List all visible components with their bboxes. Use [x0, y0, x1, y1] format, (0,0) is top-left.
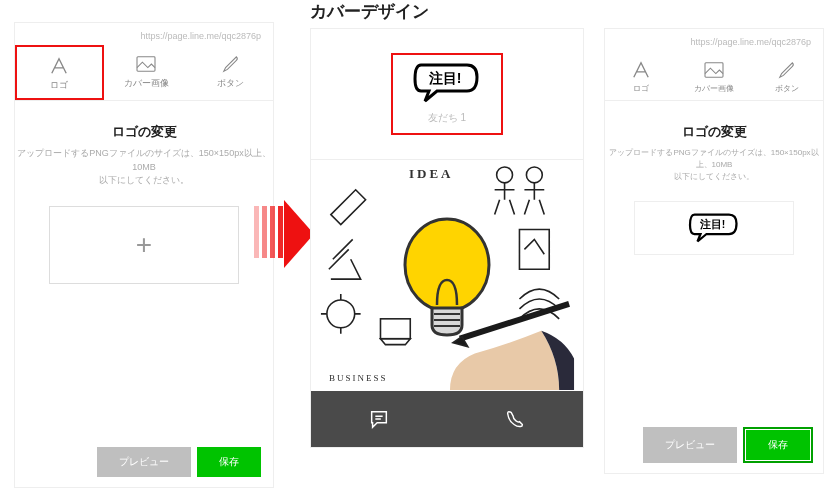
text-a-icon: [48, 57, 70, 75]
page-url: https://page.line.me/qqc2876p: [690, 37, 811, 47]
page-title: カバーデザイン: [310, 0, 429, 23]
cover-image-area: IDEA BUSINESS: [311, 159, 583, 391]
plus-icon: +: [136, 229, 152, 261]
section-title: ロゴの変更: [15, 123, 273, 141]
action-bar: [311, 391, 583, 447]
call-button[interactable]: [447, 391, 583, 447]
doodle-icons: [311, 160, 583, 390]
svg-rect-3: [380, 319, 410, 339]
tab-cover[interactable]: カバー画像: [104, 45, 189, 100]
arrow-indicator: [254, 200, 314, 268]
button-row: プレビュー 保存: [643, 427, 813, 463]
tab-label: カバー画像: [694, 83, 734, 94]
preview-button[interactable]: プレビュー: [643, 427, 737, 463]
tab-logo[interactable]: ロゴ: [605, 51, 678, 100]
tabs: ロゴ カバー画像 ボタン: [605, 51, 823, 101]
cover-preview: 注目! 友だち 1 IDEA BUSINESS: [310, 28, 584, 448]
svg-point-4: [327, 300, 355, 328]
svg-text:注目!: 注目!: [699, 218, 726, 230]
settings-panel-left: https://page.line.me/qqc2876p ロゴ カバー画像 ボ…: [14, 22, 274, 488]
section-subtitle: アップロードするPNGファイルのサイズは、150×150px以上、10MB 以下…: [605, 147, 823, 183]
chat-button[interactable]: [311, 391, 447, 447]
brush-icon: [776, 61, 798, 79]
tab-logo[interactable]: ロゴ: [15, 45, 104, 100]
settings-panel-right: https://page.line.me/qqc2876p ロゴ カバー画像 ボ…: [604, 28, 824, 474]
svg-rect-7: [705, 63, 723, 77]
save-button[interactable]: 保存: [746, 430, 810, 460]
tab-cover[interactable]: カバー画像: [678, 51, 751, 100]
svg-rect-0: [137, 57, 155, 71]
tab-button[interactable]: ボタン: [750, 51, 823, 100]
tab-label: ボタン: [217, 77, 244, 90]
tab-label: カバー画像: [124, 77, 169, 90]
tab-label: ロゴ: [50, 79, 68, 92]
logo-bubble-icon: 注目!: [687, 211, 741, 245]
image-icon: [135, 55, 157, 73]
logo-bubble-icon: 注目!: [411, 61, 483, 105]
section-subtitle: アップロードするPNGファイルのサイズは、150×150px以上、10MB 以下…: [15, 147, 273, 188]
svg-point-5: [497, 167, 513, 183]
tab-button[interactable]: ボタン: [188, 45, 273, 100]
upload-dropzone[interactable]: 注目!: [634, 201, 794, 255]
friend-count: 友だち 1: [428, 111, 466, 125]
phone-icon: [504, 408, 526, 430]
save-button[interactable]: 保存: [197, 447, 261, 477]
text-a-icon: [630, 61, 652, 79]
button-row: プレビュー 保存: [97, 447, 261, 477]
logo-highlight: 注目! 友だち 1: [391, 53, 503, 135]
svg-point-6: [526, 167, 542, 183]
brush-icon: [220, 55, 242, 73]
upload-dropzone[interactable]: +: [49, 206, 239, 284]
image-icon: [703, 61, 725, 79]
section-title: ロゴの変更: [605, 123, 823, 141]
tab-label: ボタン: [775, 83, 799, 94]
save-highlight: 保存: [743, 427, 813, 463]
preview-button[interactable]: プレビュー: [97, 447, 191, 477]
preview-header: 注目! 友だち 1: [311, 29, 583, 159]
tab-label: ロゴ: [633, 83, 649, 94]
page-url: https://page.line.me/qqc2876p: [140, 31, 261, 41]
chat-icon: [368, 408, 390, 430]
svg-text:注目!: 注目!: [428, 70, 462, 86]
tabs: ロゴ カバー画像 ボタン: [15, 45, 273, 101]
